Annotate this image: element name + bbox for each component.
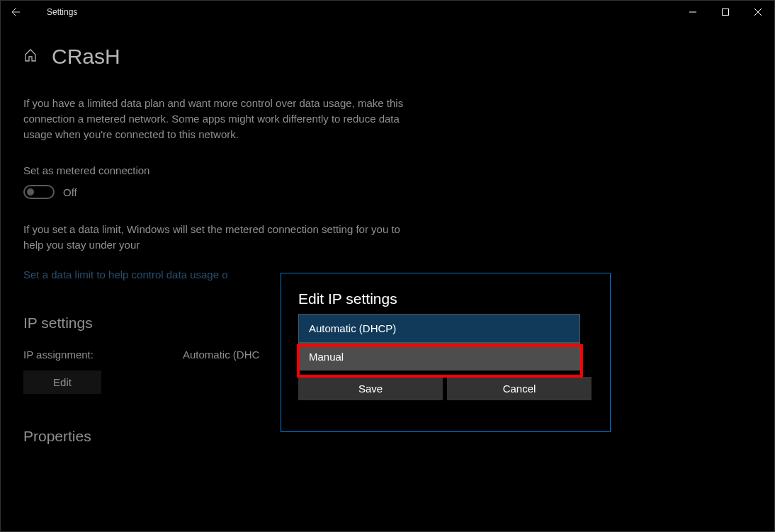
- edit-ip-dialog: Edit IP settings Automatic (DHCP) Manual…: [281, 273, 611, 432]
- toggle-knob-icon: [27, 188, 34, 196]
- dropdown-option-manual[interactable]: Manual: [298, 342, 580, 370]
- ip-assignment-key: IP assignment:: [23, 349, 183, 361]
- dropdown-option-automatic[interactable]: Automatic (DHCP): [298, 314, 580, 342]
- metered-connection-label: Set as metered connection: [23, 164, 752, 176]
- svg-rect-0: [723, 9, 729, 16]
- close-button[interactable]: [742, 1, 774, 23]
- ip-assignment-value: Automatic (DHC: [183, 349, 259, 361]
- minimize-button[interactable]: [677, 1, 709, 23]
- back-button[interactable]: [8, 1, 22, 23]
- home-icon: [23, 48, 38, 65]
- connection-description: If you have a limited data plan and want…: [23, 96, 420, 142]
- page-header: CRasH: [23, 45, 752, 69]
- close-icon: [754, 9, 762, 16]
- maximize-icon: [722, 9, 729, 16]
- data-limit-link[interactable]: Set a data limit to help control data us…: [23, 268, 228, 281]
- titlebar: Settings: [1, 1, 774, 23]
- ip-settings-dropdown[interactable]: Automatic (DHCP) Manual: [298, 314, 580, 370]
- back-arrow-icon: [9, 6, 21, 18]
- data-limit-description: If you set a data limit, Windows will se…: [23, 222, 420, 253]
- toggle-state-text: Off: [63, 186, 77, 198]
- window-title: Settings: [47, 7, 77, 17]
- edit-button[interactable]: Edit: [23, 370, 101, 394]
- cancel-button[interactable]: Cancel: [447, 377, 592, 400]
- page-title: CRasH: [52, 45, 120, 69]
- maximize-button[interactable]: [709, 1, 742, 23]
- minimize-icon: [689, 9, 696, 16]
- metered-toggle[interactable]: [23, 185, 55, 199]
- dialog-title: Edit IP settings: [298, 290, 593, 307]
- save-button[interactable]: Save: [298, 377, 443, 400]
